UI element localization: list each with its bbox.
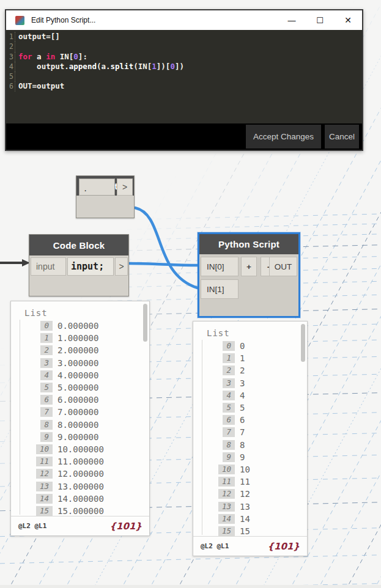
- list-value: 2.000000: [57, 345, 98, 355]
- seperator-output-port[interactable]: >: [117, 178, 133, 196]
- preview-scrollbar-thumb[interactable]: [301, 324, 305, 362]
- python-editor-dialog[interactable]: Edit Python Script... — ☐ ✕ 1output=[]23…: [5, 9, 363, 151]
- list-index-chip: 3: [223, 378, 235, 388]
- line-number: 3: [6, 52, 15, 62]
- code-token: append: [69, 62, 97, 71]
- list-value: 3.000000: [57, 358, 98, 368]
- list-index-chip: 0: [223, 341, 235, 351]
- wire-codeblock-to-in0[interactable]: [130, 263, 198, 265]
- list-index-chip: 14: [36, 494, 53, 504]
- list-value: 8: [240, 440, 245, 450]
- close-button[interactable]: ✕: [334, 10, 362, 30]
- preview-bubble-right[interactable]: List 00112233445566778899101011111212131…: [193, 321, 308, 556]
- list-item: 77: [193, 426, 301, 438]
- node-seperator[interactable]: Seperator . >: [76, 175, 135, 218]
- cancel-button[interactable]: Cancel: [325, 125, 359, 149]
- list-value: 15.000000: [57, 506, 104, 516]
- code-token: (IN[: [133, 62, 152, 71]
- preview-scrollbar-thumb[interactable]: [143, 304, 147, 342]
- list-value: 6.000000: [57, 395, 98, 405]
- list-index-chip: 13: [218, 502, 235, 512]
- list-item: 33: [193, 377, 301, 389]
- list-item: 77.000000: [11, 406, 143, 418]
- accept-changes-button[interactable]: Accept Changes: [246, 125, 321, 149]
- list-item: 44.000000: [11, 369, 143, 381]
- line-number: 5: [6, 72, 15, 81]
- list-value: 8.000000: [57, 420, 98, 430]
- list-index-chip: 12: [218, 489, 235, 499]
- list-index-chip: 11: [218, 477, 235, 487]
- list-index-chip: 15: [218, 526, 235, 536]
- list-index-chip: 8: [223, 440, 235, 450]
- list-value: 3: [240, 378, 245, 388]
- list-index-column: 2: [11, 345, 53, 355]
- code-text: for a in IN[0]:: [15, 52, 87, 62]
- list-index-chip: 5: [40, 383, 53, 392]
- code-token: ]:: [78, 52, 87, 61]
- list-item: 1111: [193, 476, 301, 488]
- preview-footer: @L2 @L1 {101}: [11, 516, 149, 535]
- node-python-script-title[interactable]: Python Script: [199, 234, 298, 254]
- code-token: for: [18, 52, 32, 61]
- node-python-script[interactable]: Python Script IN[0] IN[1] + - OUT: [198, 232, 300, 318]
- list-item: 00: [193, 340, 301, 352]
- list-index-column: 3: [11, 358, 53, 368]
- line-number: 1: [6, 32, 15, 42]
- list-index-column: 8: [11, 420, 53, 430]
- dynamo-canvas[interactable]: Seperator . > Code Block input input; > …: [0, 0, 381, 588]
- list-index-column: 15: [11, 506, 53, 516]
- code-token: output.: [18, 62, 69, 71]
- list-value: 6: [240, 415, 245, 425]
- list-item: 88.000000: [11, 419, 143, 431]
- list-value: 11.000000: [57, 457, 104, 466]
- list-index-column: 11: [193, 477, 235, 487]
- preview-bubble-left[interactable]: List 00.00000011.00000022.00000033.00000…: [10, 301, 150, 536]
- list-item: 1111.000000: [11, 455, 143, 468]
- list-index-column: 15: [193, 526, 235, 536]
- list-value: 14: [240, 514, 250, 524]
- code-text: output=[]: [15, 32, 60, 42]
- python-port-out[interactable]: OUT: [269, 257, 297, 276]
- list-index-column: 0: [11, 321, 53, 331]
- minimize-button[interactable]: —: [278, 10, 306, 30]
- list-item: 1010.000000: [11, 443, 143, 455]
- python-add-input-button[interactable]: +: [241, 257, 257, 276]
- code-line: 2: [6, 42, 362, 51]
- list-index-chip: 7: [40, 407, 53, 417]
- list-index-column: 4: [11, 370, 53, 380]
- list-index-chip: 14: [218, 514, 235, 524]
- node-code-block[interactable]: Code Block input input; >: [29, 234, 129, 296]
- list-item: 00.000000: [11, 320, 143, 332]
- list-index-chip: 12: [36, 469, 53, 479]
- list-index-column: 13: [11, 482, 53, 491]
- list-value: 14.000000: [57, 494, 104, 504]
- node-code-block-title[interactable]: Code Block: [29, 235, 128, 255]
- list-item: 99: [193, 451, 301, 463]
- list-index-column: 4: [193, 391, 235, 400]
- list-index-column: 10: [193, 465, 235, 474]
- list-index-chip: 2: [40, 345, 53, 355]
- seperator-value-input[interactable]: .: [79, 178, 115, 196]
- list-index-column: 6: [11, 395, 53, 405]
- list-item: 1414.000000: [11, 493, 143, 505]
- preview-levels-label: @L2 @L1: [201, 542, 229, 550]
- python-port-in0[interactable]: IN[0]: [201, 257, 239, 276]
- list-index-chip: 2: [223, 366, 235, 375]
- list-index-chip: 4: [223, 391, 235, 400]
- code-block-output-port[interactable]: >: [115, 257, 128, 276]
- code-editor[interactable]: 1output=[]23for a in IN[0]:4 output.appe…: [6, 30, 362, 123]
- list-item: 44: [193, 389, 301, 402]
- list-index-chip: 10: [218, 465, 235, 474]
- preview-item-count: {101}: [267, 541, 300, 552]
- code-text: output.append(a.split(IN[1])[0]): [15, 62, 184, 72]
- code-block-input-port[interactable]: input: [31, 257, 66, 276]
- maximize-button[interactable]: ☐: [306, 10, 334, 30]
- wire-seperator-to-in1[interactable]: [135, 208, 198, 288]
- python-port-in1[interactable]: IN[1]: [201, 279, 239, 299]
- list-index-chip: 1: [223, 353, 235, 363]
- list-index-chip: 11: [36, 457, 53, 466]
- code-token: 0: [73, 52, 78, 61]
- code-block-code[interactable]: input;: [67, 257, 114, 276]
- dialog-titlebar[interactable]: Edit Python Script... — ☐ ✕: [6, 10, 362, 30]
- list-item: 1515: [193, 525, 301, 536]
